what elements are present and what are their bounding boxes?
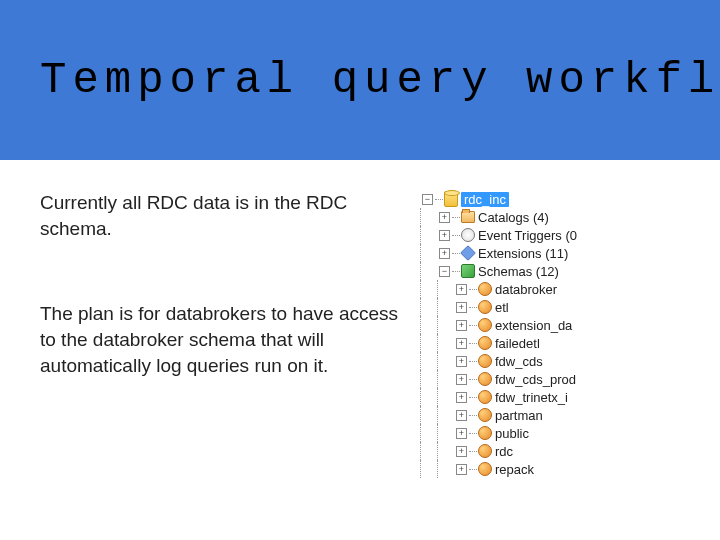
tree-extensions-label: Extensions (11)	[478, 246, 568, 261]
tree-schema-item[interactable]: + databroker	[420, 280, 640, 298]
paragraph-1: Currently all RDC data is in the RDC sch…	[40, 190, 400, 241]
schema-label: fdw_trinetx_i	[495, 390, 568, 405]
tree-schema-item[interactable]: + extension_da	[420, 316, 640, 334]
schema-icon	[478, 336, 492, 350]
catalog-icon	[461, 211, 475, 223]
schema-label: etl	[495, 300, 509, 315]
schema-label: databroker	[495, 282, 557, 297]
tree-schema-item[interactable]: + public	[420, 424, 640, 442]
tree-schema-item[interactable]: + rdc	[420, 442, 640, 460]
paragraph-2: The plan is for databrokers to have acce…	[40, 301, 400, 378]
content-area: Currently all RDC data is in the RDC sch…	[0, 160, 720, 478]
schema-icon	[478, 282, 492, 296]
tree-schemas-label: Schemas (12)	[478, 264, 559, 279]
expand-icon[interactable]: +	[456, 446, 467, 457]
tree-extensions[interactable]: + Extensions (11)	[420, 244, 640, 262]
text-column: Currently all RDC data is in the RDC sch…	[40, 190, 420, 478]
schema-icon	[478, 408, 492, 422]
collapse-icon[interactable]: −	[439, 266, 450, 277]
tree-event-triggers[interactable]: + Event Triggers (0	[420, 226, 640, 244]
schema-icon	[478, 462, 492, 476]
expand-icon[interactable]: +	[456, 356, 467, 367]
schema-label: partman	[495, 408, 543, 423]
tree-schema-item[interactable]: + repack	[420, 460, 640, 478]
tree-root-label: rdc_inc	[461, 192, 509, 207]
slide-header: Temporal query workflow	[0, 0, 720, 160]
schema-tree: − rdc_inc + Catalogs (4) + Event Trigger…	[420, 190, 640, 478]
schema-icon	[478, 372, 492, 386]
tree-schema-item[interactable]: + partman	[420, 406, 640, 424]
tree-schemas[interactable]: − Schemas (12)	[420, 262, 640, 280]
expand-icon[interactable]: +	[456, 392, 467, 403]
expand-icon[interactable]: +	[456, 338, 467, 349]
tree-schema-item[interactable]: + failedetl	[420, 334, 640, 352]
collapse-icon[interactable]: −	[422, 194, 433, 205]
schema-label: public	[495, 426, 529, 441]
slide-title: Temporal query workflow	[40, 55, 720, 105]
tree-root[interactable]: − rdc_inc	[420, 190, 640, 208]
expand-icon[interactable]: +	[456, 302, 467, 313]
expand-icon[interactable]: +	[456, 284, 467, 295]
expand-icon[interactable]: +	[456, 410, 467, 421]
schema-icon	[478, 318, 492, 332]
expand-icon[interactable]: +	[456, 320, 467, 331]
tree-event-triggers-label: Event Triggers (0	[478, 228, 577, 243]
schema-label: extension_da	[495, 318, 572, 333]
tree-catalogs-label: Catalogs (4)	[478, 210, 549, 225]
expand-icon[interactable]: +	[439, 248, 450, 259]
schema-label: rdc	[495, 444, 513, 459]
schema-icon	[478, 354, 492, 368]
schemas-icon	[461, 264, 475, 278]
schema-label: failedetl	[495, 336, 540, 351]
schema-label: repack	[495, 462, 534, 477]
tree-schema-item[interactable]: + fdw_cds_prod	[420, 370, 640, 388]
schema-label: fdw_cds_prod	[495, 372, 576, 387]
expand-icon[interactable]: +	[439, 212, 450, 223]
tree-schema-item[interactable]: + fdw_cds	[420, 352, 640, 370]
schema-icon	[478, 426, 492, 440]
extension-icon	[460, 245, 476, 261]
schema-icon	[478, 300, 492, 314]
expand-icon[interactable]: +	[456, 374, 467, 385]
tree-catalogs[interactable]: + Catalogs (4)	[420, 208, 640, 226]
schema-label: fdw_cds	[495, 354, 543, 369]
schema-icon	[478, 444, 492, 458]
expand-icon[interactable]: +	[456, 428, 467, 439]
event-trigger-icon	[461, 228, 475, 242]
database-icon	[444, 191, 458, 207]
expand-icon[interactable]: +	[439, 230, 450, 241]
tree-schema-item[interactable]: + etl	[420, 298, 640, 316]
expand-icon[interactable]: +	[456, 464, 467, 475]
schema-icon	[478, 390, 492, 404]
tree-schema-item[interactable]: + fdw_trinetx_i	[420, 388, 640, 406]
